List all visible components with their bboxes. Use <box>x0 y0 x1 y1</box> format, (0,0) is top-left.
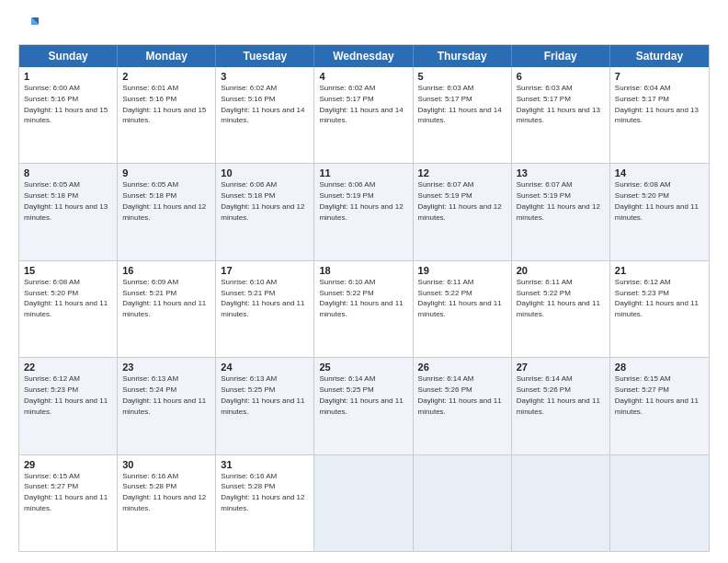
cell-info: Sunrise: 6:07 AMSunset: 5:19 PMDaylight:… <box>517 180 600 221</box>
calendar-cell: 19 Sunrise: 6:11 AMSunset: 5:22 PMDaylig… <box>414 261 512 357</box>
day-number: 10 <box>221 167 309 178</box>
cell-info: Sunrise: 6:00 AMSunset: 5:16 PMDaylight:… <box>24 84 108 124</box>
calendar-week-row: 15 Sunrise: 6:08 AMSunset: 5:20 PMDaylig… <box>19 261 709 358</box>
calendar-week-row: 8 Sunrise: 6:05 AMSunset: 5:18 PMDayligh… <box>19 164 709 260</box>
calendar-day-header: Wednesday <box>314 45 413 67</box>
calendar-cell: 10 Sunrise: 6:06 AMSunset: 5:18 PMDaylig… <box>216 164 314 259</box>
calendar-cell: 16 Sunrise: 6:09 AMSunset: 5:21 PMDaylig… <box>118 261 216 357</box>
cell-info: Sunrise: 6:02 AMSunset: 5:17 PMDaylight:… <box>319 84 403 124</box>
calendar-cell: 26 Sunrise: 6:14 AMSunset: 5:26 PMDaylig… <box>414 358 512 454</box>
cell-info: Sunrise: 6:14 AMSunset: 5:26 PMDaylight:… <box>418 374 502 415</box>
calendar-cell: 13 Sunrise: 6:07 AMSunset: 5:19 PMDaylig… <box>512 164 610 259</box>
calendar-cell: 2 Sunrise: 6:01 AMSunset: 5:16 PMDayligh… <box>118 67 216 163</box>
cell-info: Sunrise: 6:14 AMSunset: 5:26 PMDaylight:… <box>517 374 600 415</box>
cell-info: Sunrise: 6:09 AMSunset: 5:21 PMDaylight:… <box>122 278 206 318</box>
calendar-cell: 28 Sunrise: 6:15 AMSunset: 5:27 PMDaylig… <box>610 358 709 454</box>
calendar-cell: 12 Sunrise: 6:07 AMSunset: 5:19 PMDaylig… <box>414 164 512 259</box>
calendar-cell: 24 Sunrise: 6:13 AMSunset: 5:25 PMDaylig… <box>216 358 314 454</box>
calendar-day-header: Monday <box>118 45 216 67</box>
calendar-cell: 1 Sunrise: 6:00 AMSunset: 5:16 PMDayligh… <box>19 67 118 163</box>
calendar-day-header: Sunday <box>19 45 118 67</box>
cell-info: Sunrise: 6:02 AMSunset: 5:16 PMDaylight:… <box>221 84 304 124</box>
cell-info: Sunrise: 6:14 AMSunset: 5:25 PMDaylight:… <box>319 374 403 415</box>
calendar-cell: 15 Sunrise: 6:08 AMSunset: 5:20 PMDaylig… <box>19 261 118 357</box>
day-number: 16 <box>122 265 210 276</box>
cell-info: Sunrise: 6:12 AMSunset: 5:23 PMDaylight:… <box>24 374 108 415</box>
calendar-cell: 20 Sunrise: 6:11 AMSunset: 5:22 PMDaylig… <box>512 261 610 357</box>
day-number: 30 <box>122 459 210 470</box>
calendar-cell <box>414 455 512 551</box>
cell-info: Sunrise: 6:15 AMSunset: 5:27 PMDaylight:… <box>24 472 108 512</box>
cell-info: Sunrise: 6:13 AMSunset: 5:24 PMDaylight:… <box>122 374 206 415</box>
logo-icon <box>18 15 39 35</box>
logo <box>18 15 40 35</box>
calendar-week-row: 22 Sunrise: 6:12 AMSunset: 5:23 PMDaylig… <box>19 358 709 454</box>
calendar-cell: 8 Sunrise: 6:05 AMSunset: 5:18 PMDayligh… <box>19 164 118 259</box>
day-number: 4 <box>319 71 407 82</box>
day-number: 26 <box>418 362 506 373</box>
cell-info: Sunrise: 6:03 AMSunset: 5:17 PMDaylight:… <box>517 84 600 124</box>
day-number: 11 <box>319 167 407 178</box>
calendar-day-header: Thursday <box>414 45 512 67</box>
calendar-cell: 6 Sunrise: 6:03 AMSunset: 5:17 PMDayligh… <box>512 67 610 163</box>
day-number: 21 <box>615 265 704 276</box>
calendar-cell: 11 Sunrise: 6:06 AMSunset: 5:19 PMDaylig… <box>314 164 413 259</box>
header <box>18 15 710 35</box>
calendar-week-row: 1 Sunrise: 6:00 AMSunset: 5:16 PMDayligh… <box>19 67 709 164</box>
page: SundayMondayTuesdayWednesdayThursdayFrid… <box>0 0 728 563</box>
calendar-week-row: 29 Sunrise: 6:15 AMSunset: 5:27 PMDaylig… <box>19 455 709 551</box>
day-number: 19 <box>418 265 506 276</box>
cell-info: Sunrise: 6:16 AMSunset: 5:28 PMDaylight:… <box>122 472 206 512</box>
day-number: 8 <box>24 167 112 178</box>
day-number: 1 <box>24 71 112 82</box>
calendar-cell: 30 Sunrise: 6:16 AMSunset: 5:28 PMDaylig… <box>118 455 216 551</box>
day-number: 24 <box>221 362 309 373</box>
cell-info: Sunrise: 6:11 AMSunset: 5:22 PMDaylight:… <box>418 278 502 318</box>
day-number: 27 <box>517 362 605 373</box>
cell-info: Sunrise: 6:10 AMSunset: 5:22 PMDaylight:… <box>319 278 403 318</box>
calendar-cell: 29 Sunrise: 6:15 AMSunset: 5:27 PMDaylig… <box>19 455 118 551</box>
day-number: 29 <box>24 459 112 470</box>
day-number: 25 <box>319 362 407 373</box>
calendar-day-header: Tuesday <box>216 45 314 67</box>
cell-info: Sunrise: 6:08 AMSunset: 5:20 PMDaylight:… <box>24 278 108 318</box>
cell-info: Sunrise: 6:12 AMSunset: 5:23 PMDaylight:… <box>615 278 699 318</box>
day-number: 17 <box>221 265 309 276</box>
cell-info: Sunrise: 6:03 AMSunset: 5:17 PMDaylight:… <box>418 84 502 124</box>
calendar-cell: 18 Sunrise: 6:10 AMSunset: 5:22 PMDaylig… <box>314 261 413 357</box>
cell-info: Sunrise: 6:10 AMSunset: 5:21 PMDaylight:… <box>221 278 304 318</box>
calendar-cell: 31 Sunrise: 6:16 AMSunset: 5:28 PMDaylig… <box>216 455 314 551</box>
cell-info: Sunrise: 6:11 AMSunset: 5:22 PMDaylight:… <box>517 278 600 318</box>
cell-info: Sunrise: 6:07 AMSunset: 5:19 PMDaylight:… <box>418 180 502 221</box>
day-number: 6 <box>517 71 605 82</box>
day-number: 14 <box>615 167 704 178</box>
day-number: 3 <box>221 71 309 82</box>
calendar-cell: 5 Sunrise: 6:03 AMSunset: 5:17 PMDayligh… <box>414 67 512 163</box>
day-number: 22 <box>24 362 112 373</box>
cell-info: Sunrise: 6:05 AMSunset: 5:18 PMDaylight:… <box>24 180 108 221</box>
cell-info: Sunrise: 6:08 AMSunset: 5:20 PMDaylight:… <box>615 180 699 221</box>
day-number: 20 <box>517 265 605 276</box>
calendar-cell <box>314 455 413 551</box>
cell-info: Sunrise: 6:05 AMSunset: 5:18 PMDaylight:… <box>122 180 206 221</box>
cell-info: Sunrise: 6:16 AMSunset: 5:28 PMDaylight:… <box>221 472 304 512</box>
cell-info: Sunrise: 6:01 AMSunset: 5:16 PMDaylight:… <box>122 84 206 124</box>
calendar-cell: 23 Sunrise: 6:13 AMSunset: 5:24 PMDaylig… <box>118 358 216 454</box>
calendar-cell: 17 Sunrise: 6:10 AMSunset: 5:21 PMDaylig… <box>216 261 314 357</box>
calendar-cell: 3 Sunrise: 6:02 AMSunset: 5:16 PMDayligh… <box>216 67 314 163</box>
day-number: 15 <box>24 265 112 276</box>
calendar-body: 1 Sunrise: 6:00 AMSunset: 5:16 PMDayligh… <box>19 67 709 551</box>
cell-info: Sunrise: 6:06 AMSunset: 5:18 PMDaylight:… <box>221 180 304 221</box>
cell-info: Sunrise: 6:06 AMSunset: 5:19 PMDaylight:… <box>319 180 403 221</box>
day-number: 9 <box>122 167 210 178</box>
calendar-cell: 22 Sunrise: 6:12 AMSunset: 5:23 PMDaylig… <box>19 358 118 454</box>
cell-info: Sunrise: 6:04 AMSunset: 5:17 PMDaylight:… <box>615 84 699 124</box>
day-number: 23 <box>122 362 210 373</box>
calendar-cell <box>610 455 709 551</box>
calendar-header: SundayMondayTuesdayWednesdayThursdayFrid… <box>19 45 709 67</box>
calendar-cell <box>512 455 610 551</box>
calendar-day-header: Saturday <box>610 45 709 67</box>
day-number: 7 <box>615 71 704 82</box>
day-number: 18 <box>319 265 407 276</box>
day-number: 28 <box>615 362 704 373</box>
